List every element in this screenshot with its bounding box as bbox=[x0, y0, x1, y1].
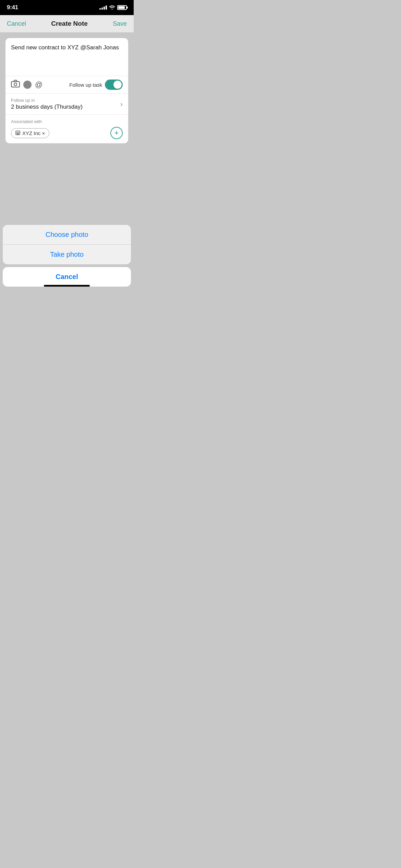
cancel-sheet: Cancel bbox=[3, 267, 131, 287]
svg-rect-7 bbox=[17, 133, 18, 134]
cancel-button[interactable]: Cancel bbox=[7, 20, 26, 27]
associated-row: Associated with bbox=[5, 114, 128, 143]
svg-rect-4 bbox=[17, 132, 18, 133]
follow-up-task-label: Follow up task bbox=[69, 82, 102, 88]
note-input-area[interactable]: Send new contract to XYZ @Sarah Jonas bbox=[5, 38, 128, 76]
signal-bars-icon bbox=[99, 5, 107, 10]
svg-rect-8 bbox=[19, 133, 19, 134]
bottom-sheet-overlay: Choose photo Take photo Cancel bbox=[0, 225, 134, 289]
main-content: Send new contract to XYZ @Sarah Jonas @ … bbox=[0, 33, 134, 152]
svg-rect-0 bbox=[11, 82, 20, 87]
svg-rect-3 bbox=[16, 132, 17, 133]
save-button[interactable]: Save bbox=[113, 20, 127, 27]
note-text: Send new contract to XYZ @Sarah Jonas bbox=[11, 44, 123, 52]
page-title: Create Note bbox=[51, 20, 88, 27]
chevron-right-icon: › bbox=[120, 100, 123, 108]
camera-icon[interactable] bbox=[11, 80, 20, 89]
mention-icon[interactable]: @ bbox=[35, 80, 42, 89]
note-card: Send new contract to XYZ @Sarah Jonas @ … bbox=[5, 38, 128, 143]
nav-bar: Cancel Create Note Save bbox=[0, 15, 134, 33]
follow-up-row[interactable]: Follow up in 2 business days (Thursday) … bbox=[5, 93, 128, 114]
choose-photo-button[interactable]: Choose photo bbox=[3, 225, 131, 245]
follow-up-value: 2 business days (Thursday) bbox=[11, 104, 83, 110]
toolbar-right: Follow up task bbox=[69, 80, 123, 90]
note-toolbar: @ Follow up task bbox=[5, 76, 128, 93]
battery-icon bbox=[117, 5, 127, 10]
svg-rect-9 bbox=[17, 134, 19, 135]
associated-chip-label: XYZ Inc × bbox=[22, 130, 45, 136]
plus-icon: + bbox=[114, 129, 119, 137]
wifi-icon bbox=[109, 5, 115, 11]
take-photo-button[interactable]: Take photo bbox=[3, 245, 131, 264]
action-sheet: Choose photo Take photo bbox=[3, 225, 131, 264]
follow-up-content: Follow up in 2 business days (Thursday) bbox=[11, 98, 83, 110]
color-dot[interactable] bbox=[23, 81, 32, 89]
follow-up-toggle[interactable] bbox=[105, 80, 123, 90]
svg-rect-6 bbox=[16, 133, 17, 134]
follow-up-label-small: Follow up in bbox=[11, 98, 83, 103]
add-association-button[interactable]: + bbox=[110, 127, 123, 139]
toolbar-left: @ bbox=[11, 80, 42, 89]
home-indicator bbox=[44, 285, 90, 287]
svg-rect-5 bbox=[19, 132, 19, 133]
building-icon bbox=[15, 130, 20, 136]
associated-label: Associated with bbox=[11, 119, 123, 124]
svg-point-1 bbox=[14, 83, 17, 86]
associated-content: XYZ Inc × + bbox=[11, 127, 123, 139]
status-bar: 9:41 bbox=[0, 0, 134, 15]
associated-chip[interactable]: XYZ Inc × bbox=[11, 128, 49, 138]
status-icons bbox=[99, 5, 127, 11]
cancel-sheet-button[interactable]: Cancel bbox=[3, 267, 131, 287]
status-time: 9:41 bbox=[7, 4, 18, 11]
